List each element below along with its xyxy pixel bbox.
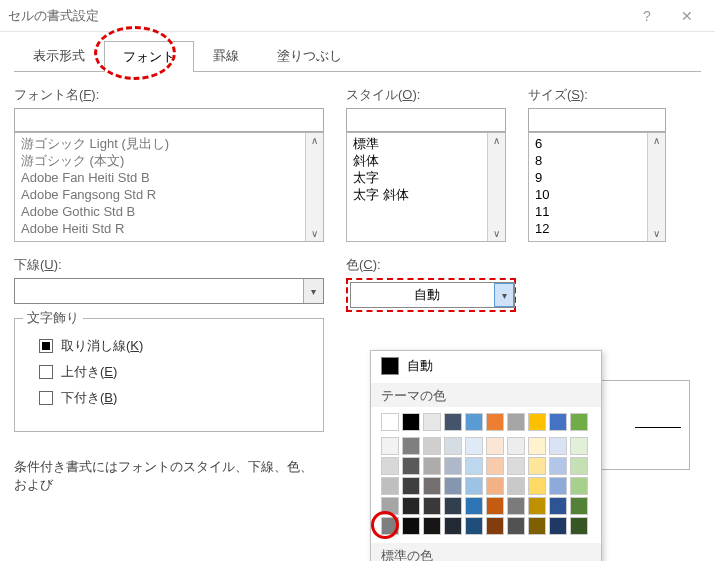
color-swatch[interactable]	[465, 497, 483, 515]
size-input[interactable]	[528, 108, 666, 132]
color-swatch[interactable]	[507, 413, 525, 431]
color-swatch[interactable]	[549, 413, 567, 431]
list-item[interactable]: 標準	[353, 135, 481, 152]
style-list[interactable]: 標準 斜体 太字 太字 斜体 ∧∨	[346, 132, 506, 242]
tab-fill[interactable]: 塗りつぶし	[258, 40, 361, 71]
color-swatch[interactable]	[486, 457, 504, 475]
color-swatch[interactable]	[465, 517, 483, 535]
list-item[interactable]: 12	[535, 220, 641, 237]
help-button[interactable]: ?	[627, 8, 667, 24]
chevron-up-icon[interactable]: ∧	[653, 135, 660, 146]
color-swatch[interactable]	[402, 437, 420, 455]
color-swatch[interactable]	[444, 457, 462, 475]
color-swatch[interactable]	[549, 517, 567, 535]
chevron-down-icon[interactable]: ∨	[311, 228, 318, 239]
checkbox-superscript[interactable]: 上付き(E)	[39, 363, 309, 381]
color-swatch[interactable]	[507, 497, 525, 515]
color-swatch[interactable]	[402, 457, 420, 475]
chevron-up-icon[interactable]: ∧	[493, 135, 500, 146]
color-swatch[interactable]	[402, 497, 420, 515]
list-item[interactable]: Adobe Heiti Std R	[21, 220, 299, 237]
list-item[interactable]: Adobe Fan Heiti Std B	[21, 169, 299, 186]
style-input[interactable]	[346, 108, 506, 132]
color-auto-row[interactable]: 自動	[371, 351, 601, 381]
color-swatch[interactable]	[528, 497, 546, 515]
close-button[interactable]: ✕	[667, 8, 707, 24]
list-item[interactable]: 8	[535, 152, 641, 169]
color-swatch[interactable]	[381, 477, 399, 495]
color-swatch[interactable]	[549, 497, 567, 515]
list-item[interactable]: Adobe Fangsong Std R	[21, 186, 299, 203]
color-swatch[interactable]	[423, 457, 441, 475]
color-swatch[interactable]	[444, 413, 462, 431]
color-swatch[interactable]	[507, 437, 525, 455]
color-swatch[interactable]	[444, 497, 462, 515]
chevron-up-icon[interactable]: ∧	[311, 135, 318, 146]
color-swatch[interactable]	[570, 437, 588, 455]
color-swatch[interactable]	[381, 413, 399, 431]
color-swatch[interactable]	[381, 457, 399, 475]
color-swatch[interactable]	[570, 413, 588, 431]
checkbox-strikethrough[interactable]: 取り消し線(K)	[39, 337, 309, 355]
list-item[interactable]: 太字 斜体	[353, 186, 481, 203]
color-swatch[interactable]	[486, 437, 504, 455]
color-swatch[interactable]	[528, 517, 546, 535]
color-swatch[interactable]	[486, 517, 504, 535]
fontname-list[interactable]: 游ゴシック Light (見出し) 游ゴシック (本文) Adobe Fan H…	[14, 132, 324, 242]
list-item[interactable]: 6	[535, 135, 641, 152]
color-swatch[interactable]	[402, 517, 420, 535]
tab-display-format[interactable]: 表示形式	[14, 40, 104, 71]
scrollbar[interactable]: ∧∨	[647, 133, 665, 241]
color-swatch[interactable]	[528, 437, 546, 455]
size-list[interactable]: 6 8 9 10 11 12 ∧∨	[528, 132, 666, 242]
color-swatch[interactable]	[528, 413, 546, 431]
color-swatch[interactable]	[465, 413, 483, 431]
color-swatch[interactable]	[549, 457, 567, 475]
list-item[interactable]: 游ゴシック (本文)	[21, 152, 299, 169]
list-item[interactable]: 11	[535, 203, 641, 220]
color-swatch[interactable]	[444, 517, 462, 535]
list-item[interactable]: 游ゴシック Light (見出し)	[21, 135, 299, 152]
color-swatch[interactable]	[549, 477, 567, 495]
color-swatch[interactable]	[570, 517, 588, 535]
color-swatch[interactable]	[570, 457, 588, 475]
chevron-down-icon[interactable]: ∨	[493, 228, 500, 239]
color-swatch[interactable]	[381, 437, 399, 455]
color-swatch[interactable]	[507, 477, 525, 495]
list-item[interactable]: 10	[535, 186, 641, 203]
color-swatch[interactable]	[570, 477, 588, 495]
color-swatch[interactable]	[423, 477, 441, 495]
underline-dropdown[interactable]: ▾	[14, 278, 324, 304]
color-swatch[interactable]	[402, 477, 420, 495]
color-swatch[interactable]	[528, 457, 546, 475]
color-swatch[interactable]	[444, 477, 462, 495]
list-item[interactable]: Adobe Gothic Std B	[21, 203, 299, 220]
color-swatch[interactable]	[465, 457, 483, 475]
color-swatch[interactable]	[402, 413, 420, 431]
color-dropdown[interactable]: 自動 ▾	[350, 282, 515, 308]
color-swatch[interactable]	[486, 413, 504, 431]
color-swatch[interactable]	[423, 517, 441, 535]
tab-font[interactable]: フォント	[104, 41, 194, 72]
checkbox-subscript[interactable]: 下付き(B)	[39, 389, 309, 407]
color-swatch[interactable]	[423, 437, 441, 455]
color-swatch[interactable]	[549, 437, 567, 455]
scrollbar[interactable]: ∧∨	[305, 133, 323, 241]
tab-border[interactable]: 罫線	[194, 40, 258, 71]
color-swatch[interactable]	[444, 437, 462, 455]
color-swatch[interactable]	[381, 517, 399, 535]
color-swatch[interactable]	[528, 477, 546, 495]
chevron-down-icon[interactable]: ∨	[653, 228, 660, 239]
color-swatch[interactable]	[381, 497, 399, 515]
chevron-down-icon[interactable]: ▾	[494, 283, 514, 307]
color-swatch[interactable]	[423, 497, 441, 515]
chevron-down-icon[interactable]: ▾	[303, 279, 323, 303]
list-item[interactable]: 斜体	[353, 152, 481, 169]
color-swatch[interactable]	[423, 413, 441, 431]
color-swatch[interactable]	[465, 437, 483, 455]
color-swatch[interactable]	[465, 477, 483, 495]
color-swatch[interactable]	[570, 497, 588, 515]
list-item[interactable]: 9	[535, 169, 641, 186]
color-swatch[interactable]	[507, 457, 525, 475]
scrollbar[interactable]: ∧∨	[487, 133, 505, 241]
